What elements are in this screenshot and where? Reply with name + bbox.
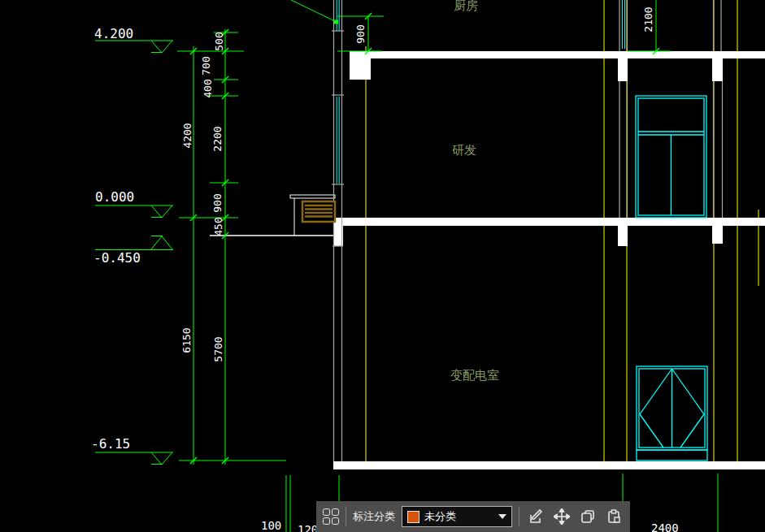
elevation-text-minus615: -6.15 — [91, 436, 130, 452]
category-color-swatch — [407, 511, 419, 523]
double-door-elevation-icon — [637, 366, 707, 461]
cad-canvas[interactable]: 4200 6150 500 700 400 2200 900 450 5700 … — [0, 0, 765, 532]
paste-button[interactable] — [604, 507, 624, 526]
room-label-bianpeidianshi: 变配电室 — [450, 368, 499, 383]
room-label-yanfa: 研发 — [452, 143, 476, 158]
move-icon — [554, 508, 570, 525]
dim-text-5700: 5700 — [212, 336, 224, 361]
curtain-wall-window-icon — [337, 0, 624, 184]
cad-application-window: 4200 6150 500 700 400 2200 900 450 5700 … — [0, 0, 765, 532]
dim-text-2200: 2200 — [211, 126, 224, 151]
dim-text-4200: 4200 — [181, 123, 193, 148]
annotation-category-label: 标注分类 — [353, 509, 395, 524]
louver-grille-icon — [302, 201, 335, 222]
dim-text-500: 500 — [213, 32, 225, 50]
dim-text-120: 120 — [298, 523, 318, 532]
dimension-texts: 4200 6150 500 700 400 2200 900 450 5700 … — [91, 6, 679, 532]
chevron-down-icon — [498, 514, 506, 519]
edit-icon — [528, 508, 544, 525]
elevation-text-4200: 4.200 — [94, 26, 133, 41]
paste-icon — [606, 508, 622, 525]
copy-button[interactable] — [578, 507, 598, 526]
category-grid-icon[interactable] — [323, 508, 339, 525]
toolbar-divider — [346, 507, 346, 526]
copy-icon — [580, 508, 596, 525]
dimension-ticks — [190, 13, 659, 464]
annotation-toolbar: 标注分类 未分类 — [316, 501, 630, 532]
dim-text-6150: 6150 — [180, 327, 193, 353]
window-elevation-icon — [636, 96, 706, 218]
elevation-text-minus0450: -0.450 — [93, 250, 141, 266]
axis-lines — [366, 0, 758, 461]
dim-text-900-top: 900 — [354, 24, 367, 43]
category-dropdown[interactable]: 未分类 — [402, 506, 512, 527]
dim-text-700: 700 — [200, 56, 212, 75]
room-label-kitchen: 厨房 — [454, 0, 478, 13]
structure-slabs — [333, 51, 765, 469]
dim-text-450: 450 — [212, 217, 224, 236]
dim-text-400: 400 — [202, 79, 214, 97]
dim-text-2100: 2100 — [642, 6, 654, 32]
move-button[interactable] — [552, 507, 572, 526]
dim-text-100: 100 — [261, 519, 281, 532]
edit-button[interactable] — [526, 507, 545, 526]
elevation-text-0000: 0.000 — [95, 189, 134, 205]
dim-text-2400: 2400 — [651, 521, 679, 532]
toolbar-divider — [519, 507, 519, 526]
dim-text-900-left: 900 — [211, 193, 224, 212]
category-dropdown-value: 未分类 — [424, 509, 493, 524]
structure-walls — [332, 0, 723, 461]
